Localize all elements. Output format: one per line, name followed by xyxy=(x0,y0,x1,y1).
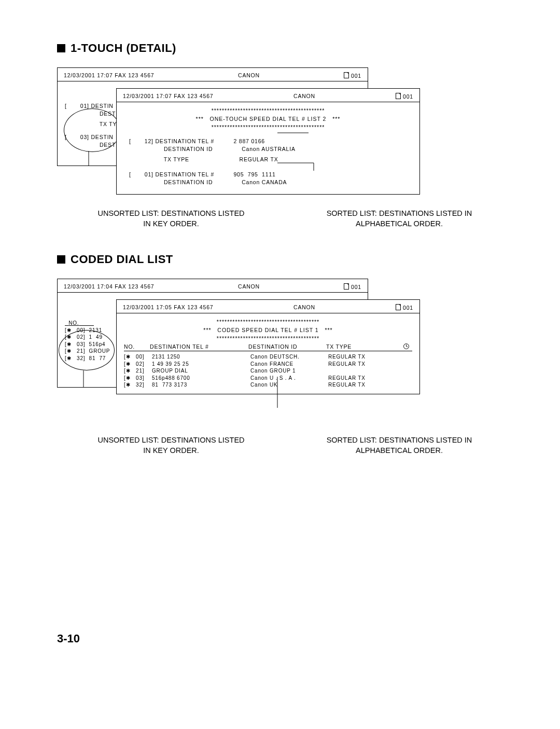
table-row: [✱ 00]2131 1250Canon DEUTSCH.REGULAR TX xyxy=(124,353,412,361)
report-header: 12/03/2001 17:04 FAX 123 4567 CANON 001 xyxy=(58,279,368,292)
section-title-1touch: 1-TOUCH (DETAIL) xyxy=(57,42,513,55)
header-pagecount: 001 xyxy=(372,93,413,100)
front-body: *************************************** … xyxy=(117,313,419,394)
header-page: 001 xyxy=(403,305,413,311)
stars-line: ****************************************… xyxy=(124,124,412,130)
th-no: NO. xyxy=(124,343,150,350)
banner-line: *** ONE-TOUCH SPEED DIAL TEL # LIST 2 **… xyxy=(124,116,412,122)
coded-stack: 12/03/2001 17:04 FAX 123 4567 CANON 001 … xyxy=(57,279,513,429)
page-icon xyxy=(344,283,349,290)
onetouch-stack: 12/03/2001 17:07 FAX 123 4567 CANON 001 … xyxy=(57,67,513,202)
header-page: 001 xyxy=(351,284,361,290)
header-page: 001 xyxy=(351,73,361,79)
header-page: 001 xyxy=(403,93,413,100)
caption-unsorted: UNSORTED LIST: DESTINATIONS LISTED IN KE… xyxy=(57,209,285,229)
caption-sorted: SORTED LIST: DESTINATIONS LISTED IN ALPH… xyxy=(285,435,513,456)
stars-line: ****************************************… xyxy=(124,107,412,114)
report-header: 12/03/2001 17:07 FAX 123 4567 CANON 001 xyxy=(58,68,368,81)
callout-line-icon xyxy=(78,370,89,388)
header-pagecount: 001 xyxy=(320,283,361,290)
header-datetime: 12/03/2001 17:04 FAX 123 4567 xyxy=(64,283,178,290)
table-row: [✱ 03]516p488 6700Canon U . S . A .REGUL… xyxy=(124,375,412,382)
header-center: CANON xyxy=(237,93,372,100)
front-entry: [ 12] DESTINATION TEL # 2 887 0166 DESTI… xyxy=(129,137,412,163)
bullet-square-icon xyxy=(57,44,65,52)
table-row: [✱ 21]GROUP DIALCanon GROUP 1 xyxy=(124,367,412,375)
front-entry: [ 01] DESTINATION TEL # 905 795 1111 DES… xyxy=(129,171,412,186)
stars-line: *************************************** xyxy=(124,335,412,341)
caption-sorted: SORTED LIST: DESTINATIONS LISTED IN ALPH… xyxy=(285,209,513,229)
clock-icon xyxy=(383,343,412,350)
th-tel: DESTINATION TEL # xyxy=(150,343,248,350)
table-row: [✱ 32]81 773 3173Canon UKREGULAR TX xyxy=(124,381,412,389)
header-datetime: 12/03/2001 17:07 FAX 123 4567 xyxy=(64,72,178,79)
section-title-text: CODED DIAL LIST xyxy=(71,253,173,266)
coded-front-report: 12/03/2001 17:05 FAX 123 4567 CANON 001 … xyxy=(116,299,420,394)
th-tx: TX TYPE xyxy=(326,343,383,350)
section-title-coded: CODED DIAL LIST xyxy=(57,253,513,266)
table-row: [✱ 02]1 49 39 25 25Canon FRANCEREGULAR T… xyxy=(124,361,412,368)
caption-unsorted: UNSORTED LIST: DESTINATIONS LISTED IN KE… xyxy=(57,435,285,456)
header-pagecount: 001 xyxy=(372,304,413,311)
header-center: CANON xyxy=(237,304,372,311)
header-center: CANON xyxy=(178,72,320,79)
section-title-text: 1-TOUCH (DETAIL) xyxy=(71,42,176,54)
banner-line: *** CODED SPEED DIAL TEL # LIST 1 *** xyxy=(124,327,412,333)
header-datetime: 12/03/2001 17:07 FAX 123 4567 xyxy=(123,93,237,100)
bullet-square-icon xyxy=(57,255,65,264)
page-icon xyxy=(396,304,401,311)
header-datetime: 12/03/2001 17:05 FAX 123 4567 xyxy=(123,304,237,311)
page-number: 3-10 xyxy=(57,632,513,645)
page-icon xyxy=(396,93,401,100)
table-header: NO. DESTINATION TEL # DESTINATION ID TX … xyxy=(124,343,412,351)
header-pagecount: 001 xyxy=(320,72,361,79)
th-id: DESTINATION ID xyxy=(248,343,326,350)
page-icon xyxy=(344,72,349,79)
caption-row: UNSORTED LIST: DESTINATIONS LISTED IN KE… xyxy=(57,209,513,229)
report-header: 12/03/2001 17:07 FAX 123 4567 CANON 001 xyxy=(117,89,419,102)
header-center: CANON xyxy=(178,283,320,290)
caption-row: UNSORTED LIST: DESTINATIONS LISTED IN KE… xyxy=(57,435,513,456)
stars-line: *************************************** xyxy=(124,319,412,325)
front-body: ****************************************… xyxy=(117,102,419,194)
report-header: 12/03/2001 17:05 FAX 123 4567 CANON 001 xyxy=(117,300,419,313)
onetouch-front-report: 12/03/2001 17:07 FAX 123 4567 CANON 001 … xyxy=(116,88,420,195)
